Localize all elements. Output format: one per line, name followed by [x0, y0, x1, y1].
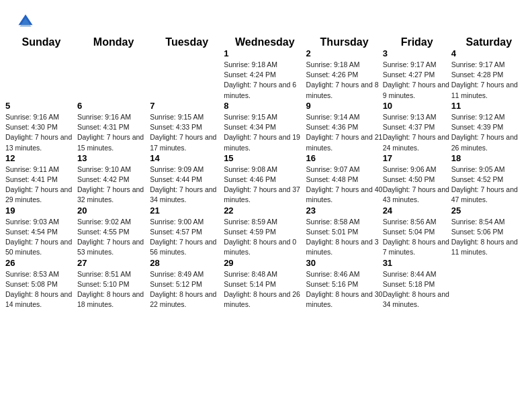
- day-number: 13: [77, 153, 150, 163]
- day-number: 20: [77, 205, 150, 216]
- calendar-cell: 20Sunrise: 9:02 AM Sunset: 4:55 PM Dayli…: [77, 205, 150, 258]
- day-number: 9: [306, 101, 383, 111]
- calendar-cell: 19Sunrise: 9:03 AM Sunset: 4:54 PM Dayli…: [5, 205, 77, 258]
- day-info: Sunrise: 8:49 AM Sunset: 5:12 PM Dayligh…: [150, 269, 224, 310]
- calendar-cell: 2Sunrise: 9:18 AM Sunset: 4:26 PM Daylig…: [306, 48, 383, 101]
- day-info: Sunrise: 8:56 AM Sunset: 5:04 PM Dayligh…: [383, 217, 451, 258]
- day-info: Sunrise: 9:12 AM Sunset: 4:39 PM Dayligh…: [451, 112, 527, 153]
- calendar-cell: 15Sunrise: 9:08 AM Sunset: 4:46 PM Dayli…: [224, 153, 306, 205]
- calendar-cell: 5Sunrise: 9:16 AM Sunset: 4:30 PM Daylig…: [5, 101, 77, 153]
- calendar-cell: 25Sunrise: 8:54 AM Sunset: 5:06 PM Dayli…: [451, 205, 527, 258]
- day-number: 5: [5, 101, 77, 111]
- day-number: 18: [451, 153, 527, 163]
- calendar-cell: 7Sunrise: 9:15 AM Sunset: 4:33 PM Daylig…: [150, 101, 224, 153]
- day-info: Sunrise: 9:15 AM Sunset: 4:34 PM Dayligh…: [224, 112, 306, 153]
- day-number: 12: [5, 153, 77, 163]
- calendar-cell: [150, 48, 224, 101]
- calendar-week-row: 26Sunrise: 8:53 AM Sunset: 5:08 PM Dayli…: [5, 258, 527, 310]
- calendar-week-row: 5Sunrise: 9:16 AM Sunset: 4:30 PM Daylig…: [5, 101, 527, 153]
- day-number: 27: [77, 258, 150, 268]
- day-number: 11: [451, 101, 527, 111]
- day-info: Sunrise: 9:17 AM Sunset: 4:27 PM Dayligh…: [383, 60, 451, 101]
- calendar-cell: 21Sunrise: 9:00 AM Sunset: 4:57 PM Dayli…: [150, 205, 224, 258]
- day-info: Sunrise: 9:08 AM Sunset: 4:46 PM Dayligh…: [224, 165, 306, 205]
- day-info: Sunrise: 8:53 AM Sunset: 5:08 PM Dayligh…: [5, 269, 77, 310]
- day-number: 8: [224, 101, 306, 111]
- calendar-cell: 9Sunrise: 9:14 AM Sunset: 4:36 PM Daylig…: [306, 101, 383, 153]
- calendar-week-row: 19Sunrise: 9:03 AM Sunset: 4:54 PM Dayli…: [5, 205, 527, 258]
- weekday-header: Saturday: [451, 36, 527, 48]
- day-info: Sunrise: 8:48 AM Sunset: 5:14 PM Dayligh…: [224, 269, 306, 310]
- weekday-header: Monday: [77, 36, 150, 48]
- day-number: 26: [5, 258, 77, 268]
- calendar-week-row: 12Sunrise: 9:11 AM Sunset: 4:41 PM Dayli…: [5, 153, 527, 205]
- day-info: Sunrise: 8:44 AM Sunset: 5:18 PM Dayligh…: [383, 269, 451, 310]
- day-number: 24: [383, 205, 451, 216]
- logo: [16, 12, 38, 31]
- day-info: Sunrise: 8:46 AM Sunset: 5:16 PM Dayligh…: [306, 269, 383, 310]
- day-number: 6: [77, 101, 150, 111]
- day-number: 10: [383, 101, 451, 111]
- day-info: Sunrise: 9:05 AM Sunset: 4:52 PM Dayligh…: [451, 165, 527, 205]
- day-info: Sunrise: 9:18 AM Sunset: 4:26 PM Dayligh…: [306, 60, 383, 101]
- day-number: 19: [5, 205, 77, 216]
- calendar-cell: 24Sunrise: 8:56 AM Sunset: 5:04 PM Dayli…: [383, 205, 451, 258]
- day-number: 3: [383, 48, 451, 58]
- day-info: Sunrise: 9:02 AM Sunset: 4:55 PM Dayligh…: [77, 217, 150, 258]
- day-number: 14: [150, 153, 224, 163]
- day-info: Sunrise: 9:14 AM Sunset: 4:36 PM Dayligh…: [306, 112, 383, 153]
- calendar-cell: 23Sunrise: 8:58 AM Sunset: 5:01 PM Dayli…: [306, 205, 383, 258]
- day-info: Sunrise: 9:09 AM Sunset: 4:44 PM Dayligh…: [150, 165, 224, 205]
- day-info: Sunrise: 8:54 AM Sunset: 5:06 PM Dayligh…: [451, 217, 527, 258]
- calendar-cell: 16Sunrise: 9:07 AM Sunset: 4:48 PM Dayli…: [306, 153, 383, 205]
- calendar-cell: 10Sunrise: 9:13 AM Sunset: 4:37 PM Dayli…: [383, 101, 451, 153]
- calendar-cell: [77, 48, 150, 101]
- calendar-cell: 26Sunrise: 8:53 AM Sunset: 5:08 PM Dayli…: [5, 258, 77, 310]
- calendar-cell: [5, 48, 77, 101]
- calendar-wrap: SundayMondayTuesdayWednesdayThursdayFrid…: [0, 36, 532, 318]
- weekday-header: Thursday: [306, 36, 383, 48]
- calendar-cell: 13Sunrise: 9:10 AM Sunset: 4:42 PM Dayli…: [77, 153, 150, 205]
- calendar-cell: 1Sunrise: 9:18 AM Sunset: 4:24 PM Daylig…: [224, 48, 306, 101]
- day-info: Sunrise: 9:11 AM Sunset: 4:41 PM Dayligh…: [5, 165, 77, 205]
- logo-icon: [16, 12, 35, 31]
- weekday-header-row: SundayMondayTuesdayWednesdayThursdayFrid…: [5, 36, 527, 48]
- calendar-body: 1Sunrise: 9:18 AM Sunset: 4:24 PM Daylig…: [5, 48, 527, 310]
- calendar-cell: 17Sunrise: 9:06 AM Sunset: 4:50 PM Dayli…: [383, 153, 451, 205]
- day-info: Sunrise: 9:16 AM Sunset: 4:30 PM Dayligh…: [5, 112, 77, 153]
- day-number: 1: [224, 48, 306, 58]
- day-number: 25: [451, 205, 527, 216]
- day-info: Sunrise: 9:07 AM Sunset: 4:48 PM Dayligh…: [306, 165, 383, 205]
- calendar-cell: 28Sunrise: 8:49 AM Sunset: 5:12 PM Dayli…: [150, 258, 224, 310]
- calendar-cell: 31Sunrise: 8:44 AM Sunset: 5:18 PM Dayli…: [383, 258, 451, 310]
- weekday-header: Friday: [383, 36, 451, 48]
- day-info: Sunrise: 8:58 AM Sunset: 5:01 PM Dayligh…: [306, 217, 383, 258]
- day-info: Sunrise: 9:10 AM Sunset: 4:42 PM Dayligh…: [77, 165, 150, 205]
- calendar-cell: 22Sunrise: 8:59 AM Sunset: 4:59 PM Dayli…: [224, 205, 306, 258]
- day-number: 21: [150, 205, 224, 216]
- calendar-cell: 3Sunrise: 9:17 AM Sunset: 4:27 PM Daylig…: [383, 48, 451, 101]
- calendar-week-row: 1Sunrise: 9:18 AM Sunset: 4:24 PM Daylig…: [5, 48, 527, 101]
- weekday-header: Sunday: [5, 36, 77, 48]
- weekday-header: Tuesday: [150, 36, 224, 48]
- weekday-header: Wednesday: [224, 36, 306, 48]
- calendar-cell: 11Sunrise: 9:12 AM Sunset: 4:39 PM Dayli…: [451, 101, 527, 153]
- day-number: 29: [224, 258, 306, 268]
- day-info: Sunrise: 9:03 AM Sunset: 4:54 PM Dayligh…: [5, 217, 77, 258]
- calendar-cell: 18Sunrise: 9:05 AM Sunset: 4:52 PM Dayli…: [451, 153, 527, 205]
- day-number: 7: [150, 101, 224, 111]
- day-number: 23: [306, 205, 383, 216]
- day-info: Sunrise: 9:06 AM Sunset: 4:50 PM Dayligh…: [383, 165, 451, 205]
- calendar-table: SundayMondayTuesdayWednesdayThursdayFrid…: [5, 36, 527, 310]
- calendar-cell: 4Sunrise: 9:17 AM Sunset: 4:28 PM Daylig…: [451, 48, 527, 101]
- calendar-cell: 29Sunrise: 8:48 AM Sunset: 5:14 PM Dayli…: [224, 258, 306, 310]
- calendar-cell: 30Sunrise: 8:46 AM Sunset: 5:16 PM Dayli…: [306, 258, 383, 310]
- day-info: Sunrise: 9:00 AM Sunset: 4:57 PM Dayligh…: [150, 217, 224, 258]
- day-number: 4: [451, 48, 527, 58]
- day-info: Sunrise: 9:17 AM Sunset: 4:28 PM Dayligh…: [451, 60, 527, 101]
- day-info: Sunrise: 8:59 AM Sunset: 4:59 PM Dayligh…: [224, 217, 306, 258]
- day-info: Sunrise: 9:16 AM Sunset: 4:31 PM Dayligh…: [77, 112, 150, 153]
- day-number: 28: [150, 258, 224, 268]
- day-number: 15: [224, 153, 306, 163]
- calendar-cell: 14Sunrise: 9:09 AM Sunset: 4:44 PM Dayli…: [150, 153, 224, 205]
